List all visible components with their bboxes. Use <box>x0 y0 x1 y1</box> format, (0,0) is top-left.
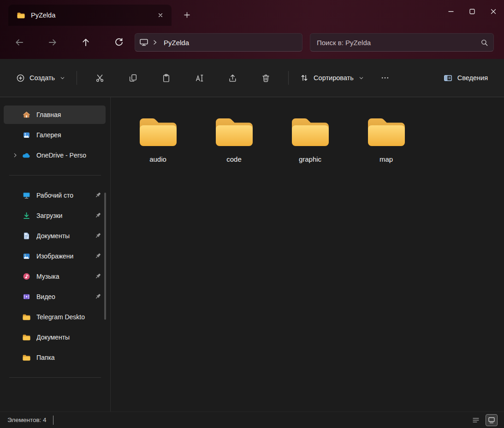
address-location[interactable]: PyZelda <box>161 39 189 47</box>
minimize-icon <box>446 7 456 16</box>
videos-icon <box>21 293 31 301</box>
address-bar[interactable]: PyZelda <box>135 33 302 52</box>
create-button[interactable]: Создать <box>11 70 71 87</box>
paste-button[interactable] <box>156 68 176 88</box>
back-button[interactable] <box>10 33 29 52</box>
pin-icon <box>94 212 103 219</box>
sidebar-item-downloads[interactable]: Загрузки <box>4 206 106 225</box>
cut-button[interactable] <box>89 68 110 88</box>
refresh-icon <box>114 37 124 47</box>
navigation-bar: PyZelda <box>0 26 504 59</box>
this-pc-icon <box>139 37 149 47</box>
forward-icon <box>47 37 58 47</box>
folder-name: graphic <box>299 155 321 163</box>
sort-icon <box>300 73 309 82</box>
sort-button[interactable]: Сортировать <box>295 69 369 87</box>
pin-icon <box>94 233 103 239</box>
share-icon <box>228 73 237 83</box>
status-bar: Элементов: 4 <box>0 411 504 428</box>
folder-item-graphic[interactable]: graphic <box>280 114 340 163</box>
search-input[interactable] <box>317 39 480 47</box>
copy-icon <box>128 73 138 83</box>
downloads-icon <box>21 211 31 220</box>
tab-close-button[interactable] <box>154 9 167 22</box>
copy-button[interactable] <box>123 68 143 88</box>
new-tab-button[interactable] <box>179 7 195 23</box>
close-icon <box>489 7 498 16</box>
breadcrumb-chevron-icon <box>151 38 159 47</box>
sidebar-item-papka[interactable]: Папка <box>4 348 106 367</box>
sidebar-item-gallery[interactable]: Галерея <box>4 126 106 144</box>
close-button[interactable] <box>483 0 504 23</box>
details-panel-icon <box>443 73 453 83</box>
folder-icon <box>288 114 332 150</box>
rename-button[interactable] <box>189 68 209 88</box>
sidebar-item-label: Главная <box>36 111 103 118</box>
chevron-down-icon <box>358 75 364 81</box>
pin-icon <box>94 253 103 259</box>
sidebar-item-label: Документы <box>36 334 103 341</box>
sidebar-item-label: OneDrive - Perso <box>36 152 103 159</box>
desktop-icon <box>21 191 31 199</box>
pictures-icon <box>21 252 31 260</box>
plus-circle-icon <box>16 74 25 82</box>
sidebar-item-label: Музыка <box>36 273 94 280</box>
sidebar-item-documents[interactable]: Документы <box>4 227 106 245</box>
sidebar-scrollbar[interactable] <box>104 193 106 320</box>
search-icon[interactable] <box>480 38 489 47</box>
sidebar-item-label: Папка <box>36 354 103 361</box>
sidebar-item-onedrive[interactable]: OneDrive - Perso <box>4 146 106 164</box>
sidebar-item-label: Загрузки <box>36 212 94 219</box>
sidebar-item-label: Telegram Deskto <box>36 313 103 321</box>
sidebar-item-desktop[interactable]: Рабочий сто <box>4 186 106 205</box>
folder-item-audio[interactable]: audio <box>128 114 188 163</box>
sidebar-item-documents-folder[interactable]: Документы <box>4 328 106 346</box>
more-button[interactable] <box>376 69 394 87</box>
toolbar-separator <box>288 71 289 85</box>
view-list-button[interactable] <box>470 414 482 426</box>
sidebar-item-music[interactable]: Музыка <box>4 267 106 286</box>
trash-icon <box>261 73 271 83</box>
rename-icon <box>195 73 204 83</box>
minimize-button[interactable] <box>440 0 462 23</box>
ellipsis-icon <box>380 73 390 82</box>
documents-icon <box>21 232 31 240</box>
refresh-button[interactable] <box>110 33 128 52</box>
sidebar-item-home[interactable]: Главная <box>4 106 106 124</box>
folder-item-map[interactable]: map <box>356 114 416 163</box>
folder-name: code <box>226 155 242 163</box>
maximize-button[interactable] <box>462 0 483 23</box>
onedrive-icon <box>21 152 31 159</box>
plus-icon <box>183 11 191 19</box>
sidebar-item-label: Галерея <box>36 131 103 139</box>
thumbnail-view-icon <box>487 416 496 424</box>
folder-view[interactable]: audio code graphic <box>111 97 504 411</box>
sidebar: Главная Галерея OneDrive - Perso <box>0 97 111 411</box>
folder-icon <box>212 114 256 150</box>
forward-button[interactable] <box>43 33 62 52</box>
chevron-down-icon <box>59 75 65 81</box>
main-area: Главная Галерея OneDrive - Perso <box>0 97 504 411</box>
folder-icon <box>364 114 409 150</box>
folder-name: audio <box>149 155 166 163</box>
folder-icon <box>21 354 31 361</box>
titlebar: PyZelda <box>0 0 504 26</box>
sidebar-item-label: Изображени <box>36 252 94 260</box>
sidebar-item-pictures[interactable]: Изображени <box>4 247 106 265</box>
chevron-right-icon[interactable] <box>9 152 21 158</box>
sidebar-item-telegram-desktop[interactable]: Telegram Deskto <box>4 308 106 326</box>
share-button[interactable] <box>222 68 243 88</box>
file-explorer-window: PyZelda <box>0 0 504 428</box>
view-thumbnail-button[interactable] <box>486 414 498 426</box>
delete-button[interactable] <box>255 68 276 88</box>
sidebar-item-videos[interactable]: Видео <box>4 287 106 306</box>
list-view-icon <box>472 416 480 424</box>
items-count: Элементов: 4 <box>7 416 47 423</box>
folder-item-code[interactable]: code <box>204 114 264 163</box>
explorer-tab[interactable]: PyZelda <box>8 5 172 26</box>
details-button[interactable]: Сведения <box>438 69 493 87</box>
up-button[interactable] <box>77 33 95 52</box>
pin-icon <box>94 192 103 199</box>
home-icon <box>21 111 31 119</box>
folder-name: map <box>379 155 393 163</box>
